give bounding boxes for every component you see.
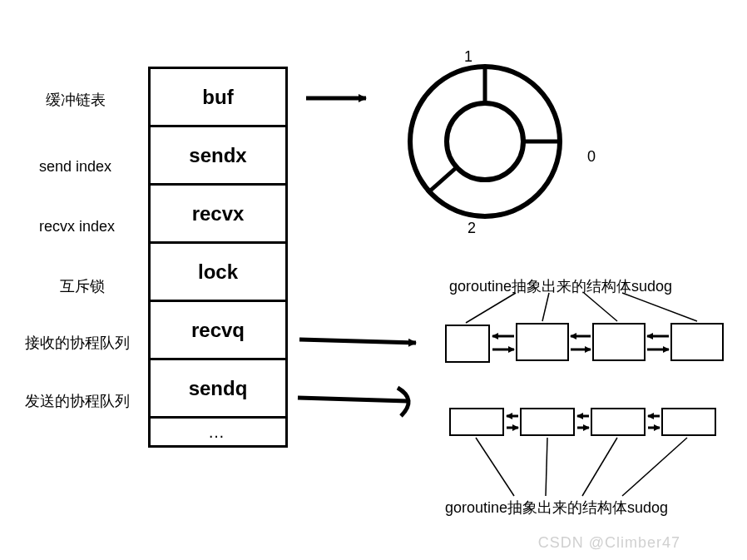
label-lock: 互斥锁 bbox=[60, 276, 105, 296]
recvq-node-2 bbox=[592, 323, 646, 361]
caption-sudog-lower: goroutine抽象出来的结构体sudog bbox=[445, 498, 668, 518]
recvq-node-3 bbox=[670, 323, 724, 361]
connector-upper-1 bbox=[542, 293, 549, 321]
label-sendx: send index bbox=[39, 158, 111, 176]
field-sendq: sendq bbox=[151, 360, 285, 419]
diagram-canvas: { "struct": { "fields": ["buf", "sendx",… bbox=[0, 0, 747, 560]
ring-buffer-icon bbox=[410, 67, 560, 216]
ring-label-2: 2 bbox=[467, 220, 476, 237]
recvq-node-1 bbox=[516, 323, 569, 361]
sendq-node-1 bbox=[520, 408, 575, 436]
label-sendq: 发送的协程队列 bbox=[25, 391, 130, 411]
sendq-node-0 bbox=[449, 408, 504, 436]
hchan-struct: buf sendx recvx lock recvq sendq … bbox=[148, 67, 288, 448]
svg-point-0 bbox=[410, 67, 560, 216]
label-buf: 缓冲链表 bbox=[46, 90, 106, 110]
arrow-sendq-to-list bbox=[298, 398, 408, 401]
field-buf: buf bbox=[151, 69, 285, 127]
label-recvq: 接收的协程队列 bbox=[25, 333, 130, 353]
svg-line-4 bbox=[428, 167, 457, 193]
caption-sudog-upper: goroutine抽象出来的结构体sudog bbox=[449, 276, 672, 296]
arrow-recvq-to-list bbox=[299, 339, 416, 343]
ring-label-0: 0 bbox=[587, 148, 596, 166]
ring-label-1: 1 bbox=[464, 48, 472, 66]
recvq-node-0 bbox=[445, 325, 490, 363]
svg-point-1 bbox=[447, 103, 523, 180]
watermark: CSDN @Climber47 bbox=[538, 534, 680, 552]
connector-lower-3 bbox=[622, 438, 687, 496]
field-recvx: recvx bbox=[151, 186, 285, 244]
connector-upper-2 bbox=[584, 293, 617, 321]
field-lock: lock bbox=[151, 244, 285, 302]
connector-lower-0 bbox=[476, 438, 514, 496]
label-recvx: recvx index bbox=[39, 218, 115, 235]
field-recvq: recvq bbox=[151, 302, 285, 360]
connector-lower-1 bbox=[546, 438, 547, 496]
connector-lower-2 bbox=[582, 438, 617, 496]
field-ellipsis: … bbox=[151, 419, 285, 445]
sendq-node-3 bbox=[661, 408, 716, 436]
connector-upper-3 bbox=[622, 293, 697, 321]
sendq-node-2 bbox=[591, 408, 646, 436]
field-sendx: sendx bbox=[151, 127, 285, 186]
connector-upper-0 bbox=[466, 293, 516, 323]
